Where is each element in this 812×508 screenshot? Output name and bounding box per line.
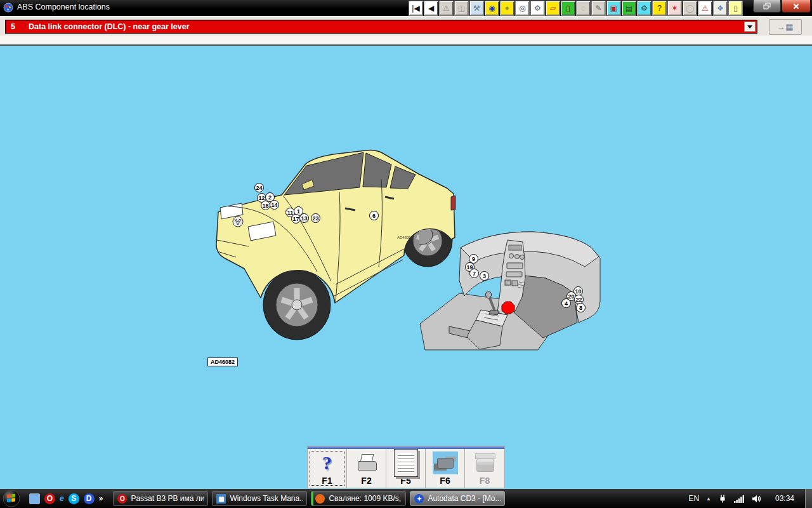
- hidden-icons-arrow[interactable]: ▲: [706, 496, 711, 502]
- callout-console-4[interactable]: 4: [561, 298, 571, 308]
- window-controls: [753, 0, 811, 13]
- overflow-chevron-icon[interactable]: »: [99, 493, 103, 504]
- warning-button[interactable]: ⚠: [439, 1, 454, 16]
- nav-back-button[interactable]: ◀: [424, 1, 438, 16]
- taskbar: OeSD» OPassat B3 PB има ли ...▦Windows T…: [0, 489, 812, 508]
- multimeter-icon: [471, 451, 498, 474]
- diagram-canvas: AD46060 AD46082 ?F1F2F5F6F8 241221814111…: [0, 46, 812, 489]
- fn-f6-button[interactable]: F6: [426, 449, 465, 488]
- callout-car-14[interactable]: 14: [270, 200, 279, 210]
- volume-icon[interactable]: [752, 495, 762, 503]
- warning-icon: ⚠: [443, 4, 450, 12]
- close-icon: [792, 3, 800, 10]
- callout-console-7[interactable]: 7: [469, 269, 479, 278]
- technical-data-icon: ◉: [488, 4, 495, 12]
- restore-button[interactable]: [753, 0, 781, 13]
- connector-icon: ▯: [733, 4, 738, 12]
- pointer-select-icon: ⌖: [505, 4, 509, 12]
- power-plug-icon[interactable]: [718, 494, 727, 504]
- callout-console-3[interactable]: 3: [480, 271, 489, 281]
- airbag-srs-icon: ✶: [671, 4, 678, 12]
- gears-button[interactable]: ⚙: [530, 1, 545, 16]
- opera-icon[interactable]: O: [44, 493, 55, 504]
- car-sketch-button[interactable]: ❖: [713, 1, 728, 16]
- printing-button[interactable]: ▤: [622, 1, 636, 16]
- function-buttons: ?F1F2F5F6F8: [308, 449, 504, 488]
- task-label: Windows Task Mana...: [230, 494, 303, 503]
- car-data-button[interactable]: ▱: [546, 1, 560, 16]
- callout-car-18[interactable]: 18: [261, 201, 270, 210]
- language-indicator[interactable]: EN: [688, 494, 699, 503]
- inactive-oval-button[interactable]: ◯: [683, 1, 697, 16]
- brake-disc-icon: ◌: [581, 4, 586, 12]
- toolbar: |◀◀⚠◫⚒◉⌖◎⚙▱▯◌✎▣▤⚙?✶◯⚠❖▯: [409, 1, 743, 16]
- service-tools-button[interactable]: ⚒: [469, 1, 484, 16]
- start-button[interactable]: [3, 490, 20, 507]
- task-label: Autodata CD3 - [Mo...: [428, 494, 501, 503]
- document-icon: [393, 451, 419, 474]
- technical-data-button[interactable]: ◉: [485, 1, 499, 16]
- component-dropdown[interactable]: 5 Data link connector (DLC) - near gear …: [5, 20, 757, 34]
- taskbar-button-download-manager[interactable]: Сваляне: 1009 KB/s, ...: [311, 491, 406, 506]
- skype-icon[interactable]: S: [69, 493, 79, 504]
- task-manager-icon: ▦: [216, 494, 226, 504]
- callout-car-23[interactable]: 23: [311, 213, 320, 223]
- engine-icon: [433, 451, 458, 474]
- vehicle-lift-icon: ▯: [566, 4, 570, 12]
- system-tray: EN ▲ 03:34: [688, 489, 812, 508]
- chevron-down-icon: [747, 25, 752, 29]
- component-label: Data link connector (DLC) - near gear le…: [29, 22, 190, 31]
- quick-launch: OeSD»: [29, 493, 103, 504]
- goto-component-button[interactable]: →▦: [769, 19, 802, 35]
- task-buttons: OPassat B3 PB има ли ...▦Windows Task Ma…: [113, 491, 505, 506]
- component-number: 5: [11, 22, 15, 31]
- abs-warning-button[interactable]: ⚠: [698, 1, 712, 16]
- fn-key-label: F1: [308, 476, 346, 486]
- fn-f2-button[interactable]: F2: [347, 449, 386, 488]
- printer-icon: [353, 451, 380, 474]
- taskbar-button-task-manager[interactable]: ▦Windows Task Mana...: [212, 491, 307, 506]
- gears-icon: ⚙: [534, 4, 541, 12]
- brush-button[interactable]: ✎: [591, 1, 606, 16]
- callout-car-6[interactable]: 6: [369, 211, 379, 220]
- brake-disc-button[interactable]: ◌: [576, 1, 591, 16]
- show-desktop-button[interactable]: [805, 489, 812, 508]
- fn-f1-button[interactable]: ?F1: [308, 449, 347, 488]
- download-manager-icon: [315, 494, 325, 504]
- callout-console-8[interactable]: 8: [576, 303, 586, 312]
- close-button[interactable]: [782, 0, 811, 13]
- clock[interactable]: 03:34: [775, 494, 794, 503]
- daemon-icon[interactable]: D: [84, 493, 95, 504]
- taskbar-button-autodata[interactable]: ✦Autodata CD3 - [Mo...: [410, 491, 505, 506]
- window-view-button[interactable]: ◫: [454, 1, 469, 16]
- fn-key-label: F5: [386, 476, 425, 486]
- fn-f5-button[interactable]: F5: [386, 449, 426, 488]
- fn-f8-button: F8: [465, 449, 504, 488]
- pointer-select-button[interactable]: ⌖: [500, 1, 514, 16]
- goto-icon: →▦: [776, 22, 794, 32]
- nav-first-button[interactable]: |◀: [409, 1, 423, 16]
- nav-first-icon: |◀: [412, 4, 419, 12]
- car-sketch-icon: ❖: [717, 4, 724, 12]
- airbag-srs-button[interactable]: ✶: [667, 1, 682, 16]
- taskbar-button-opera-passat[interactable]: OPassat B3 PB има ли ...: [113, 491, 208, 506]
- wheel-button[interactable]: ◎: [515, 1, 530, 16]
- network-signal-icon[interactable]: [734, 495, 745, 503]
- engine-service-icon: ⚙: [641, 4, 648, 12]
- dropdown-arrow-button[interactable]: [744, 22, 756, 32]
- show-desktop-quick-icon[interactable]: [29, 493, 40, 504]
- task-label: Passat B3 PB има ли ...: [131, 494, 204, 503]
- connector-button[interactable]: ▯: [728, 1, 743, 16]
- subheader-strip: [0, 36, 812, 44]
- application-window: ABS Component locations |◀◀⚠◫⚒◉⌖◎⚙▱▯◌✎▣▤…: [0, 0, 812, 508]
- help-icon: ?: [314, 451, 341, 474]
- internet-explorer-icon[interactable]: e: [60, 493, 64, 504]
- brush-icon: ✎: [595, 4, 601, 12]
- inactive-oval-icon: ◯: [686, 4, 694, 12]
- callout-car-24[interactable]: 24: [254, 183, 264, 192]
- engine-service-button[interactable]: ⚙: [637, 1, 652, 16]
- help-diagnostics-button[interactable]: ?: [652, 1, 667, 16]
- vehicle-lift-button[interactable]: ▯: [561, 1, 575, 16]
- engine-electrics-button[interactable]: ▣: [606, 1, 621, 16]
- callout-car-13[interactable]: 13: [299, 213, 309, 223]
